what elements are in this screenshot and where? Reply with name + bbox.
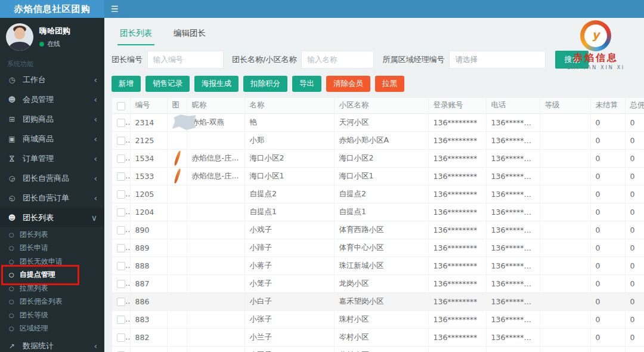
cell-level [540,149,590,167]
tab-active[interactable]: 团长列表 [117,26,154,45]
cell-image [167,149,187,167]
cell-account: 136******** [428,221,486,239]
action-button[interactable]: 导出 [292,76,321,92]
sidebar-subitem-label: 团长佣金列表 [20,297,63,307]
chevron-left-icon: ‹ [94,134,97,144]
action-button[interactable]: 销售记录 [145,76,190,92]
cell-name: 小白子 [244,292,334,310]
flame-thumbnail[interactable] [172,150,182,166]
table-column-header: 编号 [130,98,167,113]
sidebar-subitem[interactable]: ○自提点管理 [0,268,104,282]
cell-name: 自提点2 [244,185,334,203]
row-checkbox[interactable] [117,226,125,234]
row-checkbox[interactable] [117,280,125,288]
sidebar-item[interactable]: ↗数据统计‹ [0,336,104,352]
cell-commission: 0 [625,292,644,310]
sidebar-subitem-label: 团长申请 [20,243,48,253]
sidebar-item[interactable]: ⊞团购商品‹ [0,109,104,129]
sidebar-item[interactable]: ◶团长自营商品‹ [0,168,104,188]
row-checkbox[interactable] [117,262,125,270]
cell-community: 体育中心小区 [334,239,428,257]
row-checkbox[interactable] [117,244,125,252]
leader-id-input[interactable] [147,51,224,69]
users-icon: ☻ [7,95,17,104]
cell-community: 嘉禾望岗小区 [334,292,428,310]
sidebar-item-label: 数据统计 [23,341,54,351]
cell-id: 1533 [130,167,167,185]
menu-toggle-button[interactable]: ☰ [111,0,119,18]
cell-level [540,310,590,328]
avatar [6,23,33,51]
cell-name: 小郑 [244,131,334,149]
cell-community: 天河小区 [334,113,428,131]
region-manager-select[interactable]: 请选择 [449,51,546,69]
cell-id: 1205 [130,185,167,203]
tab-inactive[interactable]: 编辑团长 [171,26,208,45]
cell-commission: 0 [625,167,644,185]
action-button[interactable]: 扣除积分 [243,76,287,92]
cell-image [167,346,187,352]
sidebar-item[interactable]: ◵团长自营订单‹ [0,188,104,208]
sidebar-item[interactable]: ◷工作台‹ [0,70,104,89]
cell-commission: 0 [625,113,644,131]
row-checkbox-cell [112,221,130,239]
row-checkbox[interactable] [117,172,125,181]
cell-phone: 136******** [486,239,540,257]
flame-thumbnail[interactable] [172,168,182,184]
row-checkbox-cell [112,292,130,310]
row-checkbox-cell [112,131,130,149]
cell-community: 岑村小区 [334,328,428,346]
sidebar-subitem[interactable]: ○团长等级 [0,308,104,322]
sidebar-item[interactable]: ▣商城商品‹ [0,129,104,149]
select-all-checkbox[interactable] [117,102,125,110]
sidebar-subitem[interactable]: ○团长列表 [0,228,104,242]
sidebar-menu: ◷工作台‹☻会员管理‹⊞团购商品‹▣商城商品‹⋈订单管理‹◶团长自营商品‹◵团长… [0,70,104,352]
cell-level [540,292,590,310]
action-button[interactable]: 拉黑 [375,76,404,92]
row-checkbox[interactable] [117,190,125,199]
row-checkbox[interactable] [117,137,125,145]
sidebar-subitem-label: 自提点管理 [20,270,55,280]
cell-unsettled: 0 [590,149,625,167]
bullet-icon: ○ [9,298,14,305]
sidebar-subitem[interactable]: ○团长申请 [0,242,104,255]
cell-phone: 136******** [486,149,540,167]
map-thumbnail[interactable] [172,115,196,130]
cell-unsettled: 0 [590,113,625,131]
table-row: 1205自提点2自提点2136********136********00 [112,185,644,203]
sidebar-subitem[interactable]: ○拉黑列表 [0,282,104,295]
sidebar-subitem-label: 拉黑列表 [20,283,48,294]
cell-level [540,131,590,149]
cell-name: 小张子 [244,310,334,328]
cell-account: 136******** [428,203,486,221]
orders-icon: ⋈ [8,154,16,163]
row-checkbox[interactable] [117,119,125,127]
cell-id: 889 [130,239,167,257]
leader-name-input[interactable] [301,51,374,69]
sidebar-item[interactable]: ⋈订单管理‹ [0,149,104,168]
action-button[interactable]: 清除会员 [326,76,370,92]
cell-nickname: 赤焰信息-庄... [187,167,244,185]
row-checkbox[interactable] [117,298,125,306]
sidebar-subitem[interactable]: ○团长佣金列表 [0,295,104,309]
table-row: 882小兰子岑村小区136********136********00 [112,328,644,346]
table-row: 1534赤焰信息-庄...海口小区2海口小区2136********136***… [112,149,644,167]
row-checkbox[interactable] [117,316,125,324]
cell-id: 1204 [130,203,167,221]
sidebar-subitem[interactable]: ○区域经理 [0,322,104,336]
cell-nickname [187,131,244,149]
action-button[interactable]: 新增 [112,76,141,92]
cell-nickname [187,239,244,257]
table-column-header: 未结算 [590,98,625,113]
cell-commission: 0 [625,310,644,328]
cell-level [540,328,590,346]
sidebar-subitem[interactable]: ○团长无效申请 [0,255,104,268]
cell-level [540,113,590,131]
action-button[interactable]: 海报生成 [194,76,239,92]
row-checkbox[interactable] [117,208,125,217]
row-checkbox[interactable] [117,155,125,163]
cell-account: 136******** [428,292,486,310]
row-checkbox[interactable] [117,334,125,342]
sidebar-item[interactable]: ☻团长列表∨ [0,208,104,227]
sidebar-item[interactable]: ☻会员管理‹ [0,89,104,109]
